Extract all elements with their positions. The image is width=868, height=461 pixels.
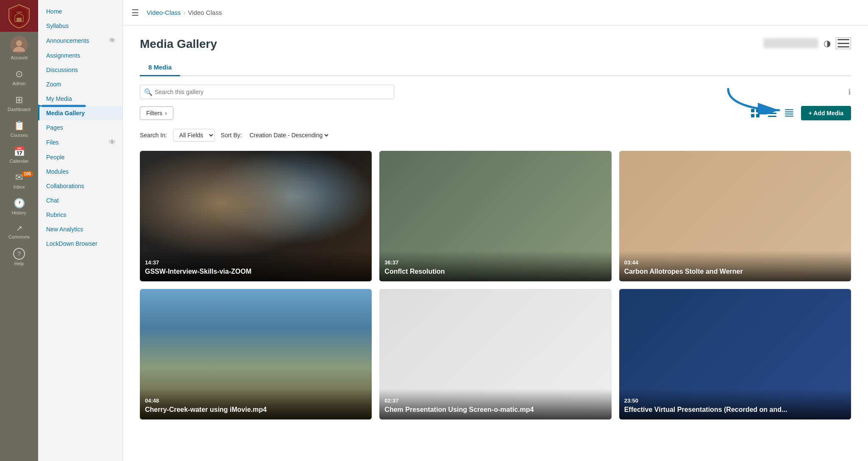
- media-card-media-2[interactable]: 36:37Conflct Resolution: [379, 151, 611, 281]
- course-nav-label-media-gallery: Media Gallery: [46, 110, 85, 117]
- svg-rect-12: [768, 116, 776, 117]
- svg-rect-13: [785, 109, 793, 110]
- eye-icon-files[interactable]: 👁: [109, 139, 116, 146]
- menu-lines-icon[interactable]: [836, 37, 851, 49]
- global-nav-calendar-label: Calendar: [10, 158, 29, 164]
- search-input-wrap: 🔍: [140, 85, 394, 99]
- add-media-button[interactable]: + Add Media: [801, 106, 851, 120]
- course-nav-item-lockdown-browser[interactable]: LockDown Browser: [38, 236, 122, 251]
- svg-rect-10: [768, 110, 776, 111]
- media-card-media-4[interactable]: 04:48Cherry-Creek-water using iMovie.mp4: [140, 289, 372, 419]
- sort-by-label: Sort By:: [221, 132, 242, 139]
- sort-row: Search In: All Fields Sort By: Creation …: [140, 129, 851, 142]
- svg-rect-7: [756, 109, 760, 112]
- detail-view-button[interactable]: [782, 106, 796, 120]
- global-nav: 1864 Account ⊙ Admin ⊞ Dashboard 📋 Cours…: [0, 0, 38, 461]
- global-nav-dashboard[interactable]: ⊞ Dashboard: [0, 90, 38, 116]
- course-nav-label-discussions: Discussions: [46, 67, 78, 73]
- tab-media[interactable]: 8 Media: [140, 59, 180, 76]
- global-nav-help[interactable]: ? Help: [0, 244, 38, 270]
- university-logo: 1864: [0, 0, 38, 32]
- course-nav-item-discussions[interactable]: Discussions: [38, 63, 122, 77]
- view-icons: [748, 106, 796, 120]
- course-nav-item-chat[interactable]: Chat: [38, 193, 122, 208]
- global-nav-admin-label: Admin: [12, 81, 25, 86]
- svg-rect-9: [756, 114, 760, 117]
- global-nav-dashboard-label: Dashboard: [8, 107, 31, 112]
- svg-text:1864: 1864: [16, 11, 22, 14]
- courses-icon: 📋: [14, 120, 25, 131]
- course-nav-item-assignments[interactable]: Assignments: [38, 48, 122, 63]
- svg-point-3: [16, 40, 22, 46]
- course-nav-item-people[interactable]: People: [38, 150, 122, 164]
- eye-icon-announcements[interactable]: 👁: [109, 37, 116, 44]
- media-card-media-6[interactable]: 23:50Effective Virtual Presentations (Re…: [619, 289, 851, 419]
- global-nav-courses-label: Courses: [11, 133, 28, 138]
- course-nav-label-lockdown-browser: LockDown Browser: [46, 240, 97, 247]
- media-duration-media-3: 03:44: [624, 259, 846, 266]
- global-nav-courses[interactable]: 📋 Courses: [0, 116, 38, 142]
- course-nav-label-announcements: Announcements: [46, 37, 89, 44]
- media-title-media-4: Cherry-Creek-water using iMovie.mp4: [145, 405, 367, 414]
- info-icon[interactable]: ℹ: [848, 87, 851, 97]
- media-duration-media-4: 04:48: [145, 397, 367, 404]
- media-card-media-1[interactable]: 14:37GSSW-Interview-Skills-via-ZOOM: [140, 151, 372, 281]
- course-nav-label-new-analytics: New Analytics: [46, 226, 83, 233]
- hamburger-icon[interactable]: ☰: [131, 8, 139, 18]
- breadcrumb-course-link[interactable]: Video-Class: [147, 9, 181, 16]
- course-nav-label-collaborations: Collaborations: [46, 183, 84, 189]
- filters-button[interactable]: Filters ›: [140, 106, 173, 120]
- course-nav-item-collaborations[interactable]: Collaborations: [38, 179, 122, 193]
- media-title-media-3: Carbon Allotropes Stolte and Werner: [624, 267, 846, 276]
- media-card-media-5[interactable]: 02:37Chem Presentation Using Screen-o-ma…: [379, 289, 611, 419]
- course-nav-item-modules[interactable]: Modules: [38, 164, 122, 179]
- breadcrumb-separator: ›: [184, 9, 186, 16]
- global-nav-admin[interactable]: ⊙ Admin: [0, 64, 38, 90]
- course-nav-item-new-analytics[interactable]: New Analytics: [38, 222, 122, 236]
- top-bar: ☰ Video-Class › Video Class: [123, 0, 868, 25]
- course-nav-item-announcements[interactable]: Announcements👁: [38, 33, 122, 48]
- course-nav-label-assignments: Assignments: [46, 52, 80, 59]
- global-nav-account[interactable]: Account: [0, 32, 38, 64]
- media-title-media-5: Chem Presentation Using Screen-o-matic.m…: [384, 405, 606, 414]
- sort-by-select[interactable]: Creation Date - Descending: [248, 131, 330, 139]
- page-body: Media Gallery ◑ 8 Media 🔍 ℹ: [123, 25, 868, 461]
- history-icon: 🕐: [14, 198, 25, 209]
- course-nav-item-pages[interactable]: Pages: [38, 120, 122, 135]
- course-nav-item-home[interactable]: Home: [38, 4, 122, 19]
- global-nav-inbox[interactable]: 105 ✉ Inbox: [0, 168, 38, 194]
- course-nav-label-people: People: [46, 154, 65, 161]
- course-nav-item-media-gallery[interactable]: Media Gallery: [38, 106, 122, 120]
- svg-rect-14: [785, 111, 793, 112]
- global-nav-help-label: Help: [14, 261, 24, 266]
- global-nav-calendar[interactable]: 📅 Calendar: [0, 142, 38, 168]
- course-nav-item-syllabus[interactable]: Syllabus: [38, 19, 122, 33]
- global-nav-history[interactable]: 🕐 History: [0, 194, 38, 219]
- global-nav-commons[interactable]: ↗ Commons: [0, 219, 38, 244]
- contrast-icon[interactable]: ◑: [823, 38, 831, 48]
- search-row: 🔍 ℹ: [140, 85, 851, 99]
- search-input[interactable]: [140, 85, 394, 99]
- dashboard-icon: ⊞: [15, 94, 23, 106]
- media-title-media-2: Conflct Resolution: [384, 267, 606, 276]
- breadcrumb-page: Video Class: [188, 9, 222, 16]
- svg-rect-6: [751, 109, 754, 112]
- media-duration-media-5: 02:37: [384, 397, 606, 404]
- avatar: [10, 36, 28, 54]
- course-nav-item-rubrics[interactable]: Rubrics: [38, 208, 122, 222]
- media-overlay-media-5: 02:37Chem Presentation Using Screen-o-ma…: [379, 389, 611, 419]
- list-view-button[interactable]: [765, 106, 779, 120]
- page-title: Media Gallery: [140, 37, 217, 51]
- course-nav-item-my-media[interactable]: My Media: [38, 92, 122, 106]
- course-nav-item-zoom[interactable]: Zoom: [38, 77, 122, 92]
- svg-rect-1: [17, 18, 22, 22]
- course-nav-item-files[interactable]: Files👁: [38, 135, 122, 150]
- course-nav-label-syllabus: Syllabus: [46, 22, 69, 29]
- media-overlay-media-4: 04:48Cherry-Creek-water using iMovie.mp4: [140, 389, 372, 419]
- grid-view-button[interactable]: [748, 106, 762, 120]
- search-in-select[interactable]: All Fields: [173, 129, 215, 142]
- breadcrumb: Video-Class › Video Class: [147, 9, 222, 16]
- media-card-media-3[interactable]: 03:44Carbon Allotropes Stolte and Werner: [619, 151, 851, 281]
- media-overlay-media-6: 23:50Effective Virtual Presentations (Re…: [619, 389, 851, 419]
- filters-chevron: ›: [165, 110, 167, 117]
